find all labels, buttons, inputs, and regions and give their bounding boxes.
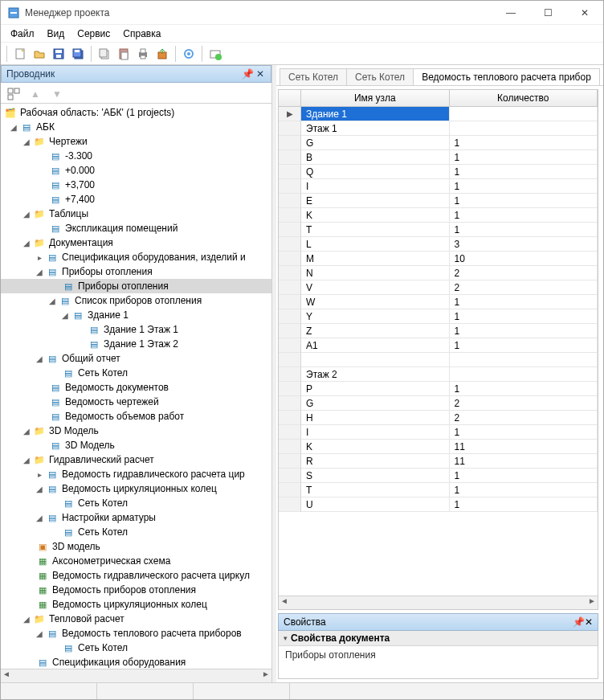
tab-net-boiler-2[interactable]: Сеть Котел: [346, 68, 414, 85]
table-row[interactable]: Q1: [279, 165, 598, 179]
drawing-item[interactable]: -3.300: [63, 150, 94, 162]
cell-qty[interactable]: 2: [450, 280, 598, 295]
table-row[interactable]: P1: [279, 382, 598, 396]
cell-qty[interactable]: 1: [450, 194, 598, 208]
table-row[interactable]: R11: [279, 454, 598, 469]
tab-thermal-log[interactable]: Ведомость теплового расчета прибор: [413, 68, 600, 85]
toggle-icon[interactable]: ◢: [9, 123, 18, 132]
pin-icon[interactable]: 📌: [242, 68, 253, 80]
pin-icon[interactable]: 📌: [573, 616, 585, 628]
table-row[interactable]: Этаж 2: [279, 367, 598, 382]
hydraulic-node[interactable]: Гидравлический расчет: [47, 454, 156, 465]
documentation-node[interactable]: Документация: [47, 237, 115, 248]
cell-qty[interactable]: 10: [450, 252, 598, 266]
paste-icon[interactable]: [115, 45, 133, 63]
row-header[interactable]: [279, 425, 301, 440]
tree-view-icon[interactable]: [4, 85, 23, 103]
cell-name[interactable]: B: [301, 150, 450, 165]
project-tree[interactable]: 🗂️Рабочая область: 'АБК' (1 projects) ◢▤…: [1, 104, 271, 669]
equip-spec-partial-node[interactable]: Спецификация оборудования: [51, 657, 187, 668]
cell-qty[interactable]: [450, 121, 598, 136]
general-report-node[interactable]: Общий отчет: [60, 353, 122, 364]
cell-qty[interactable]: [450, 107, 598, 121]
b1-floor1-node[interactable]: Здание 1 Этаж 1: [102, 324, 180, 335]
cell-name[interactable]: I: [301, 179, 450, 194]
table-row[interactable]: G1: [279, 136, 598, 150]
cell-name[interactable]: Этаж 2: [301, 367, 450, 382]
save-icon[interactable]: [50, 45, 67, 63]
cell-name[interactable]: U: [301, 497, 450, 512]
menu-service[interactable]: Сервис: [71, 27, 116, 41]
row-header[interactable]: [279, 150, 301, 165]
cell-qty[interactable]: 11: [450, 454, 598, 469]
menu-file[interactable]: Файл: [4, 27, 41, 41]
menu-view[interactable]: Вид: [41, 27, 71, 41]
row-header[interactable]: [279, 237, 301, 252]
net-boiler2-node[interactable]: Сеть Котел: [76, 497, 129, 509]
log-volumes-node[interactable]: Ведомость объемов работ: [63, 411, 186, 422]
row-header[interactable]: [279, 194, 301, 208]
row-header[interactable]: [279, 165, 301, 179]
model3d-item[interactable]: 3D Модель: [63, 440, 116, 451]
workspace-root[interactable]: Рабочая область: 'АБК' (1 projects): [18, 107, 176, 118]
cell-qty[interactable]: 2: [450, 411, 598, 425]
cell-qty[interactable]: 1: [450, 223, 598, 237]
heating-devices-item[interactable]: Приборы отопления: [76, 280, 170, 292]
heating-list-node[interactable]: Список приборов отопления: [73, 295, 203, 306]
cell-qty[interactable]: 11: [450, 440, 598, 454]
cell-qty[interactable]: [450, 353, 598, 367]
row-header[interactable]: [279, 483, 301, 497]
toggle-icon[interactable]: ◢: [22, 615, 31, 624]
thermal-dev-log-node[interactable]: Ведомость теплового расчета приборов: [60, 628, 243, 639]
cell-name[interactable]: L: [301, 237, 450, 252]
toggle-icon[interactable]: ◢: [22, 210, 31, 219]
table-row[interactable]: [279, 353, 598, 367]
table-row[interactable]: U1: [279, 497, 598, 512]
table-row[interactable]: T1: [279, 223, 598, 237]
cell-name[interactable]: T: [301, 223, 450, 237]
table-row[interactable]: S1: [279, 469, 598, 483]
cell-name[interactable]: W: [301, 295, 450, 309]
row-header[interactable]: [279, 324, 301, 338]
cell-name[interactable]: N: [301, 266, 450, 280]
minimize-button[interactable]: —: [492, 1, 529, 25]
toggle-icon[interactable]: ▸: [35, 253, 44, 262]
cell-name[interactable]: T: [301, 483, 450, 497]
new-icon[interactable]: [11, 45, 29, 63]
open-icon[interactable]: [31, 45, 48, 63]
log-docs-node[interactable]: Ведомость документов: [63, 382, 170, 393]
row-header[interactable]: [279, 396, 301, 411]
cell-name[interactable]: G: [301, 396, 450, 411]
table-row[interactable]: Y1: [279, 309, 598, 324]
row-header[interactable]: [279, 121, 301, 136]
properties-header[interactable]: Свойства 📌 ✕: [278, 613, 598, 631]
row-header[interactable]: [279, 382, 301, 396]
table-row[interactable]: N2: [279, 266, 598, 280]
cell-name[interactable]: S: [301, 469, 450, 483]
cell-name[interactable]: A1: [301, 338, 450, 353]
cell-name[interactable]: [301, 353, 450, 367]
toggle-icon[interactable]: ◢: [35, 268, 44, 276]
toggle-icon[interactable]: ◢: [22, 137, 31, 146]
net-boiler3-node[interactable]: Сеть Котел: [76, 526, 129, 538]
cell-qty[interactable]: 1: [450, 324, 598, 338]
toggle-icon[interactable]: ◢: [35, 354, 44, 363]
cell-name[interactable]: Q: [301, 165, 450, 179]
row-header[interactable]: [279, 223, 301, 237]
table-row[interactable]: V2: [279, 280, 598, 295]
toggle-icon[interactable]: ◢: [35, 629, 44, 638]
table-row[interactable]: A11: [279, 338, 598, 353]
row-header[interactable]: [279, 295, 301, 309]
cell-name[interactable]: Y: [301, 309, 450, 324]
cell-qty[interactable]: 1: [450, 208, 598, 223]
toggle-icon[interactable]: ◢: [35, 485, 44, 493]
b1-floor2-node[interactable]: Здание 1 Этаж 2: [102, 338, 180, 350]
net-boiler4-node[interactable]: Сеть Котел: [76, 642, 129, 653]
save-all-icon[interactable]: [69, 45, 87, 63]
table-row[interactable]: Этаж 1: [279, 121, 598, 136]
table-row[interactable]: K11: [279, 440, 598, 454]
cell-qty[interactable]: 2: [450, 266, 598, 280]
cell-qty[interactable]: 1: [450, 179, 598, 194]
cell-name[interactable]: H: [301, 411, 450, 425]
cell-qty[interactable]: 1: [450, 483, 598, 497]
